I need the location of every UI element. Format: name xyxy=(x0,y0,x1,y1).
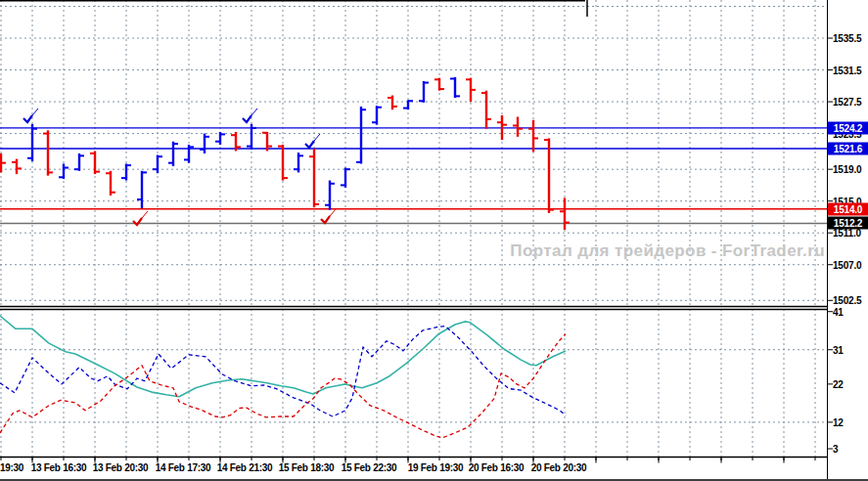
price-axis-label: 1502.5 xyxy=(833,295,861,306)
watermark: Портал для трейдеров - ForTrader.ru xyxy=(510,241,825,261)
time-axis-label: 19:30 xyxy=(0,462,23,473)
price-axis-label: 1535.5 xyxy=(833,33,861,44)
price-axis-label: 1519.0 xyxy=(833,164,861,175)
chart-canvas[interactable] xyxy=(0,0,868,481)
indicator-line-adx-main xyxy=(0,316,566,397)
time-axis-label: 15 Feb 22:30 xyxy=(342,462,396,473)
time-axis-label: 20 Feb 16:30 xyxy=(469,462,524,473)
buy-check-icon xyxy=(305,134,320,148)
indicator-axis-label: 22 xyxy=(833,378,844,389)
indicator-axis-label: 12 xyxy=(833,416,844,427)
metatrader-chart-window: Портал для трейдеров - ForTrader.ru 1535… xyxy=(0,0,868,481)
buy-check-icon xyxy=(243,109,257,122)
price-axis-label: 1527.5 xyxy=(833,97,861,108)
time-axis-label: 19 Feb 19:30 xyxy=(408,462,463,473)
price-level-tag: 1514.0 xyxy=(828,202,868,215)
time-axis-label: 14 Feb 17:30 xyxy=(156,462,210,473)
time-axis-label: 20 Feb 20:30 xyxy=(531,462,586,473)
price-level-tag: 1512.2 xyxy=(828,217,868,230)
price-axis-label: 1531.5 xyxy=(833,65,861,75)
time-axis-label: 14 Feb 21:30 xyxy=(217,462,272,473)
price-axis-label: 1507.0 xyxy=(833,259,861,270)
time-axis-label: 15 Feb 18:30 xyxy=(279,462,334,473)
sell-check-icon xyxy=(321,209,336,223)
price-level-tag: 1521.6 xyxy=(828,143,868,155)
time-axis-label: 13 Feb 20:30 xyxy=(93,462,148,473)
price-level-tag: 1524.2 xyxy=(828,121,868,134)
buy-check-icon xyxy=(23,109,38,122)
indicator-axis-label: 31 xyxy=(833,344,844,355)
indicator-axis-label: 41 xyxy=(833,306,844,317)
indicator-axis-label: 3 xyxy=(833,444,838,455)
time-axis-label: 13 Feb 16:30 xyxy=(31,462,86,473)
